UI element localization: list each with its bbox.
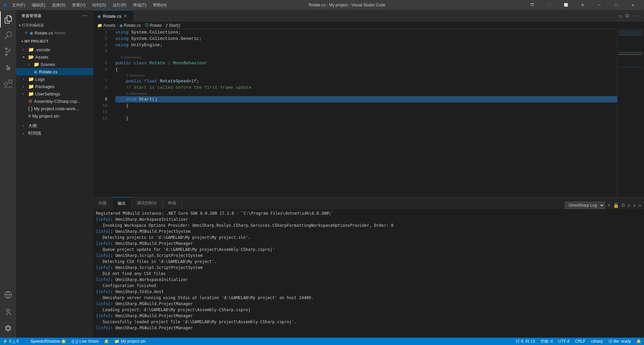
- open-file-rotatecs[interactable]: ✕ ◉ Rotate.cs Assets: [16, 29, 93, 37]
- line-num-1: 1: [96, 29, 107, 36]
- tree-item-logs[interactable]: › 📁 Logs: [16, 75, 93, 83]
- folder-arrow: ›: [23, 77, 27, 81]
- tree-item-codework[interactable]: { } My project.code-work...: [16, 105, 93, 112]
- search-icon[interactable]: [0, 27, 16, 44]
- minimize-button[interactable]: 🗖: [525, 0, 540, 10]
- panel-tab-debug[interactable]: 调试控制台: [131, 197, 163, 209]
- activity-bar: [0, 10, 16, 338]
- sidebar-more-button[interactable]: ···: [83, 13, 88, 19]
- maximize-button[interactable]: ⬜: [558, 0, 574, 10]
- breadcrumb-start-method[interactable]: ƒ Start(): [166, 23, 180, 28]
- panel-down-icon[interactable]: ∨: [633, 203, 636, 208]
- status-encoding[interactable]: UTF-8: [555, 338, 572, 345]
- panel-content[interactable]: Registered MSBuild instance: .NET Core S…: [93, 209, 644, 338]
- status-notification[interactable]: 🔔: [634, 338, 644, 345]
- status-bell[interactable]: 🔔: [101, 338, 112, 345]
- tree-label: Packages: [35, 84, 54, 89]
- code-content[interactable]: using System.Collections; using System.C…: [110, 29, 617, 197]
- open-editors-section[interactable]: ▾ 打开的编辑器: [16, 21, 93, 29]
- folder-arrow: ›: [23, 85, 27, 88]
- panel-close-icon[interactable]: ✕: [639, 203, 641, 208]
- status-project[interactable]: 📁 My project.sln: [112, 338, 148, 345]
- source-control-icon[interactable]: [0, 44, 16, 60]
- code-line-5: public class Rotate : MonoBehaviour: [115, 60, 617, 66]
- status-liveshare[interactable]: ((·)) Live Share: [69, 338, 101, 345]
- menu-terminal[interactable]: 终端(T): [130, 2, 149, 9]
- run-button[interactable]: ▷: [620, 13, 623, 19]
- folder-arrow: ›: [23, 92, 27, 96]
- menu-run[interactable]: 运行(R): [110, 2, 129, 9]
- accounts-icon[interactable]: [0, 304, 16, 320]
- explorer-icon[interactable]: [0, 11, 16, 27]
- menu-goto[interactable]: 转到(G): [90, 2, 109, 9]
- remote-icon[interactable]: [0, 287, 16, 303]
- line-num-5: 5: [96, 60, 107, 66]
- panel-lock-icon[interactable]: 🔒: [613, 203, 619, 208]
- breadcrumb-rotatecs[interactable]: ◉ Rotate.cs: [119, 23, 141, 28]
- panel-tab-output[interactable]: 输出: [112, 197, 131, 209]
- breadcrumb-cs-icon: ◉: [119, 23, 123, 28]
- tree-item-outline[interactable]: › 大纲: [16, 122, 93, 130]
- tree-item-rotatecs[interactable]: ◉ Rotate.cs: [16, 68, 93, 75]
- breadcrumb-assets[interactable]: 📁 Assets: [97, 23, 115, 28]
- run-debug-icon[interactable]: [0, 60, 16, 76]
- tree-item-usersettings[interactable]: › 📁 UserSettings: [16, 90, 93, 97]
- status-project-name: My project.sln: [121, 339, 146, 344]
- panel-tab-terminal[interactable]: 终端: [163, 197, 182, 209]
- panel-copy-icon[interactable]: ⧉: [622, 203, 625, 208]
- project-tree-label[interactable]: ▾ MY PROJECT: [19, 38, 91, 45]
- panel-up-icon[interactable]: ∧: [628, 203, 630, 208]
- panel-line: [info]: OmniSharp.WorkspaceInitializer: [96, 277, 641, 283]
- minimap: [617, 29, 644, 197]
- window-title: Rotate.cs - My project - Visual Studio C…: [309, 3, 385, 7]
- ref-hint-field: 1 reference: [115, 73, 617, 78]
- panel-tab-problems[interactable]: 问题: [93, 197, 112, 209]
- layout2-button[interactable]: ⊞: [575, 0, 590, 10]
- log-select[interactable]: OmniSharp Log: [565, 202, 605, 209]
- status-account[interactable]: 👤 SpeedofShadow 🌟: [21, 338, 69, 345]
- status-formatter[interactable]: Ⓐ lite: ready: [606, 338, 634, 345]
- cs-file-icon: ◉: [30, 30, 33, 36]
- settings-icon[interactable]: [0, 320, 16, 336]
- split-editor-button[interactable]: ⧉: [625, 13, 629, 19]
- tree-item-scenes[interactable]: › 📁 Scenes: [16, 61, 93, 68]
- status-cursor-pos[interactable]: 行 9, 列 13: [513, 338, 538, 345]
- menu-help[interactable]: 帮助(H): [150, 2, 169, 9]
- panel-line: Configuration finished.: [96, 283, 641, 289]
- project-name: MY PROJECT: [24, 39, 48, 43]
- menu-view[interactable]: 查看(V): [69, 2, 88, 9]
- breadcrumb: 📁 Assets › ◉ Rotate.cs › Ⓒ Rotate › ƒ St…: [93, 22, 644, 29]
- menu-edit[interactable]: 编辑(E): [29, 2, 48, 9]
- more-actions-button[interactable]: ···: [632, 13, 641, 19]
- tree-item-vscode[interactable]: › 📁 .vscode: [16, 46, 93, 53]
- close-button[interactable]: ✕: [625, 0, 641, 10]
- menu-file[interactable]: 文件(F): [9, 2, 28, 9]
- tab-rotatecs[interactable]: ◉ Rotate.cs ✕: [93, 10, 133, 22]
- maximize2-button[interactable]: □: [608, 0, 624, 10]
- code-line-6: {: [115, 66, 617, 73]
- tree-item-assembly[interactable]: ⚙ Assembly-CSharp.csp...: [16, 97, 93, 105]
- status-indent[interactable]: 空格: 4: [538, 338, 555, 345]
- line-num-7: 7: [96, 78, 107, 84]
- close-file-icon[interactable]: ✕: [24, 31, 28, 35]
- panel-list-icon[interactable]: ≡: [607, 203, 610, 208]
- menu-select[interactable]: 选择(S): [49, 2, 68, 9]
- tree-item-assets[interactable]: ▾ 📂 Assets: [16, 53, 93, 61]
- status-language[interactable]: csharp: [588, 338, 606, 345]
- panel-line: [info]: OmniSharp.MSBuild.ProjectManager: [96, 313, 641, 319]
- code-line-2: using System.Collections.Generic;: [115, 36, 617, 42]
- panel-line: [info]: OmniSharp.MSBuild.ProjectSystem: [96, 228, 641, 234]
- extensions-icon[interactable]: [0, 76, 16, 92]
- breadcrumb-rotate-class[interactable]: Ⓒ Rotate: [145, 22, 162, 28]
- file-icon: { }: [28, 106, 33, 111]
- tree-item-sln[interactable]: ≡ My project.sln: [16, 112, 93, 120]
- tree-label: UserSettings: [35, 91, 60, 96]
- tree-item-packages[interactable]: › 📁 Packages: [16, 83, 93, 90]
- tree-item-timeline[interactable]: › 时间线: [16, 130, 93, 137]
- status-eol[interactable]: CRLF: [572, 338, 588, 345]
- tree-label: Assembly-CSharp.csp...: [34, 99, 80, 104]
- layout-button[interactable]: ⬛: [541, 0, 557, 10]
- tab-close-button[interactable]: ✕: [123, 13, 127, 19]
- restore-button[interactable]: ─: [592, 0, 607, 10]
- status-errors[interactable]: ⚡ 0 △ 0: [0, 338, 21, 345]
